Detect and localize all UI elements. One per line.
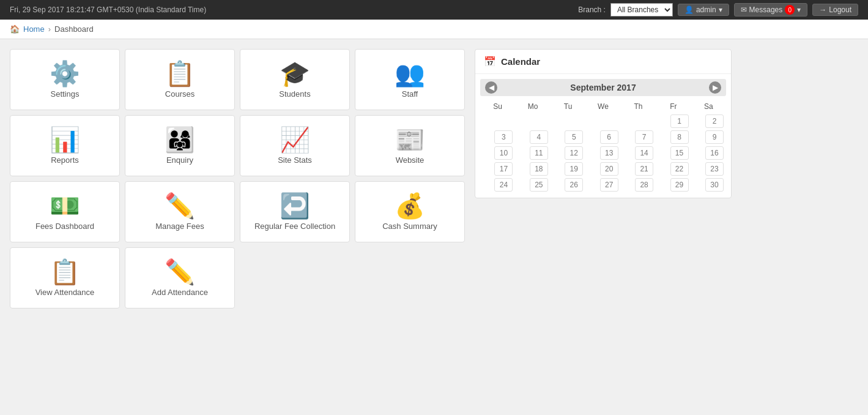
table-row[interactable]: 17 bbox=[480, 161, 515, 177]
cal-day-25[interactable]: 25 bbox=[530, 178, 548, 192]
cal-empty-cell bbox=[635, 120, 653, 124]
calendar-body: ◀ September 2017 ▶ SuMoTuWeThFrSa 123456… bbox=[475, 74, 731, 198]
cal-day-13[interactable]: 13 bbox=[600, 146, 618, 160]
table-row[interactable]: 4 bbox=[515, 129, 550, 145]
table-row[interactable]: 26 bbox=[551, 177, 585, 193]
cal-next-button[interactable]: ▶ bbox=[709, 81, 721, 94]
topbar: Fri, 29 Sep 2017 18:21:47 GMT+0530 (Indi… bbox=[0, 0, 868, 20]
cal-month-label: September 2017 bbox=[570, 83, 636, 92]
tile-site-stats[interactable]: 📈Site Stats bbox=[240, 115, 350, 176]
site-stats-icon: 📈 bbox=[280, 127, 310, 152]
cal-day-9[interactable]: 9 bbox=[705, 130, 724, 144]
cal-day-18[interactable]: 18 bbox=[530, 162, 548, 176]
table-row[interactable]: 16 bbox=[691, 145, 726, 161]
tile-manage-fees[interactable]: ✏️Manage Fees bbox=[125, 181, 235, 242]
cal-day-8[interactable]: 8 bbox=[670, 130, 689, 144]
table-row[interactable]: 22 bbox=[656, 161, 691, 177]
table-row[interactable]: 25 bbox=[515, 177, 550, 193]
table-row[interactable]: 8 bbox=[656, 129, 691, 145]
cal-day-7[interactable]: 7 bbox=[635, 130, 653, 144]
staff-label: Staff bbox=[402, 89, 418, 99]
cal-day-27[interactable]: 27 bbox=[600, 178, 618, 192]
table-row bbox=[585, 113, 620, 129]
tile-regular-fee-collection[interactable]: ↩️Regular Fee Collection bbox=[240, 181, 350, 242]
table-row[interactable]: 28 bbox=[621, 177, 656, 193]
table-row[interactable]: 10 bbox=[480, 145, 515, 161]
cal-day-6[interactable]: 6 bbox=[600, 130, 618, 144]
table-row[interactable]: 12 bbox=[551, 145, 585, 161]
cal-day-10[interactable]: 10 bbox=[494, 146, 513, 160]
cal-day-12[interactable]: 12 bbox=[565, 146, 583, 160]
table-row[interactable]: 19 bbox=[551, 161, 585, 177]
cal-day-28[interactable]: 28 bbox=[635, 178, 653, 192]
cal-day-20[interactable]: 20 bbox=[600, 162, 618, 176]
table-row[interactable]: 24 bbox=[480, 177, 515, 193]
table-row[interactable]: 14 bbox=[621, 145, 656, 161]
cal-day-29[interactable]: 29 bbox=[670, 178, 689, 192]
cal-day-4[interactable]: 4 bbox=[530, 130, 548, 144]
table-row[interactable]: 21 bbox=[621, 161, 656, 177]
cal-day-22[interactable]: 22 bbox=[670, 162, 689, 176]
tile-staff[interactable]: 👥Staff bbox=[355, 49, 465, 110]
cash-summary-icon: 💰 bbox=[395, 193, 425, 218]
breadcrumb-current: Dashboard bbox=[54, 24, 94, 34]
cal-day-24[interactable]: 24 bbox=[494, 178, 513, 192]
cal-day-17[interactable]: 17 bbox=[494, 162, 513, 176]
cal-day-16[interactable]: 16 bbox=[705, 146, 724, 160]
main-content: ⚙️Settings📋Courses🎓Students👥Staff📊Report… bbox=[0, 39, 868, 318]
cal-day-15[interactable]: 15 bbox=[670, 146, 689, 160]
table-row[interactable]: 27 bbox=[585, 177, 620, 193]
tile-fees-dashboard[interactable]: 💵Fees Dashboard bbox=[10, 181, 120, 242]
table-row[interactable]: 1 bbox=[656, 113, 691, 129]
table-row[interactable]: 2 bbox=[691, 113, 726, 129]
logout-button[interactable]: → Logout bbox=[812, 4, 858, 16]
branch-select[interactable]: All Branches bbox=[610, 3, 673, 17]
chevron-down-icon-msg: ▾ bbox=[797, 6, 801, 14]
table-row[interactable]: 3 bbox=[480, 129, 515, 145]
tile-students[interactable]: 🎓Students bbox=[240, 49, 350, 110]
tile-cash-summary[interactable]: 💰Cash Summary bbox=[355, 181, 465, 242]
table-row[interactable]: 9 bbox=[691, 129, 726, 145]
table-row[interactable]: 6 bbox=[585, 129, 620, 145]
table-row[interactable]: 15 bbox=[656, 145, 691, 161]
table-row[interactable]: 20 bbox=[585, 161, 620, 177]
cal-day-11[interactable]: 11 bbox=[530, 146, 548, 160]
tile-website[interactable]: 📰Website bbox=[355, 115, 465, 176]
cal-day-26[interactable]: 26 bbox=[565, 178, 583, 192]
cal-day-23[interactable]: 23 bbox=[705, 162, 724, 176]
website-icon: 📰 bbox=[395, 127, 425, 152]
cal-day-1[interactable]: 1 bbox=[670, 114, 689, 128]
cal-prev-button[interactable]: ◀ bbox=[485, 81, 497, 94]
add-attendance-icon: ✏️ bbox=[165, 260, 195, 284]
breadcrumb-home[interactable]: Home bbox=[23, 24, 45, 34]
table-row[interactable]: 30 bbox=[691, 177, 726, 193]
messages-button[interactable]: ✉ Messages 0 ▾ bbox=[734, 3, 808, 17]
cal-day-30[interactable]: 30 bbox=[705, 178, 724, 192]
tile-reports[interactable]: 📊Reports bbox=[10, 115, 120, 176]
table-row[interactable]: 5 bbox=[551, 129, 585, 145]
staff-icon: 👥 bbox=[395, 61, 425, 86]
table-row[interactable]: 18 bbox=[515, 161, 550, 177]
manage-fees-label: Manage Fees bbox=[155, 222, 204, 231]
tile-add-attendance[interactable]: ✏️Add Attendance bbox=[125, 247, 235, 308]
cal-day-5[interactable]: 5 bbox=[565, 130, 583, 144]
cal-day-19[interactable]: 19 bbox=[565, 162, 583, 176]
chevron-down-icon: ▾ bbox=[719, 6, 722, 14]
tile-courses[interactable]: 📋Courses bbox=[125, 49, 235, 110]
table-row[interactable]: 23 bbox=[691, 161, 726, 177]
table-row[interactable]: 13 bbox=[585, 145, 620, 161]
table-row bbox=[480, 113, 515, 129]
tile-enquiry[interactable]: 👨‍👩‍👧Enquiry bbox=[125, 115, 235, 176]
table-row[interactable]: 7 bbox=[621, 129, 656, 145]
cal-day-2[interactable]: 2 bbox=[705, 114, 724, 128]
cal-week-4: 24252627282930 bbox=[480, 177, 726, 193]
cal-day-21[interactable]: 21 bbox=[635, 162, 653, 176]
admin-button[interactable]: 👤 admin ▾ bbox=[678, 4, 729, 16]
tile-view-attendance[interactable]: 📋View Attendance bbox=[10, 247, 120, 308]
cal-empty-cell bbox=[530, 120, 548, 124]
table-row[interactable]: 29 bbox=[656, 177, 691, 193]
table-row[interactable]: 11 bbox=[515, 145, 550, 161]
cal-day-3[interactable]: 3 bbox=[494, 130, 513, 144]
cal-day-14[interactable]: 14 bbox=[635, 146, 653, 160]
tile-settings[interactable]: ⚙️Settings bbox=[10, 49, 120, 110]
